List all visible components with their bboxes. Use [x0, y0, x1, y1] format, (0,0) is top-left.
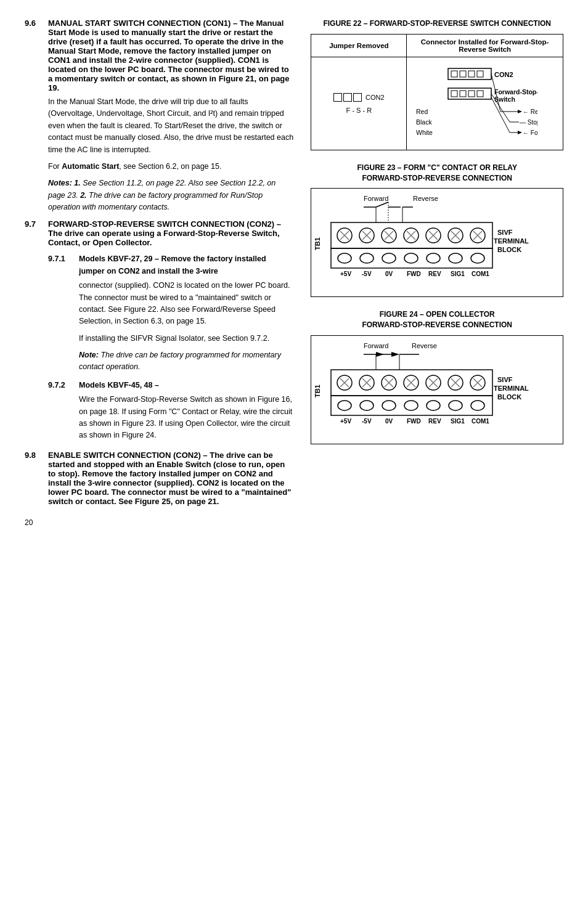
- svg-point-60: [338, 253, 351, 263]
- jumper-removed-visual: CON2: [333, 93, 385, 102]
- svg-text:BLOCK: BLOCK: [497, 246, 521, 253]
- svg-text:COM1: COM1: [472, 271, 489, 277]
- svg-rect-6: [451, 91, 457, 97]
- svg-text:SIVF: SIVF: [497, 229, 513, 236]
- svg-text:SIG1: SIG1: [451, 418, 465, 425]
- section-9-6-para3: For Automatic Start, see Section 6.2, on…: [48, 161, 293, 173]
- note-bold: Note:: [79, 351, 99, 359]
- figure-23: Forward Reverse TB1: [311, 188, 563, 297]
- fig22-col-left-header: Jumper Removed: [311, 35, 407, 57]
- sub-9-7-1-title: Models KBVF-27, 29 – Remove the factory …: [79, 253, 293, 277]
- svg-text:Black: Black: [416, 118, 432, 126]
- svg-point-66: [471, 253, 484, 263]
- svg-point-62: [382, 253, 396, 263]
- svg-point-65: [449, 253, 462, 263]
- section-9-6-title-text: MANUAL START SWITCH CONNECTION (CON1) –: [48, 18, 237, 28]
- fig22-col-right-header: Connector Installed for Forward-Stop-Rev…: [407, 35, 563, 57]
- svg-marker-81: [391, 352, 399, 357]
- sub-9-7-2-num: 9.7.2: [48, 380, 74, 391]
- section-9-6-num: 9.6: [25, 18, 42, 92]
- svg-marker-24: [518, 131, 522, 134]
- svg-text:Forward: Forward: [364, 195, 388, 202]
- right-column: FIGURE 22 – FORWARD-STOP-REVERSE SWITCH …: [304, 18, 563, 527]
- svg-text:0V: 0V: [385, 418, 393, 425]
- fig22-header: Jumper Removed Connector Installed for F…: [311, 35, 563, 57]
- svg-text:-5V: -5V: [362, 418, 372, 425]
- svg-text:SIVF: SIVF: [497, 376, 513, 383]
- svg-text:BLOCK: BLOCK: [497, 393, 521, 401]
- svg-rect-2: [460, 71, 466, 77]
- svg-point-63: [404, 253, 418, 263]
- svg-point-61: [360, 253, 374, 263]
- fig22-body: CON2 F - S - R: [311, 57, 563, 150]
- section-9-8-title: ENABLE SWITCH CONNECTION (CON2) – The dr…: [48, 450, 293, 506]
- svg-point-114: [404, 401, 418, 410]
- fig22-svg: CON2 Forward-Stop-Reverse Switch Red ← R…: [414, 63, 537, 144]
- svg-text:TERMINAL: TERMINAL: [494, 237, 529, 245]
- page-layout: 9.6 MANUAL START SWITCH CONNECTION (CON1…: [25, 18, 563, 527]
- svg-text:← Forward: ← Forward: [523, 129, 537, 136]
- subsection-9-7-1: 9.7.1 Models KBVF-27, 29 – Remove the fa…: [48, 253, 293, 373]
- svg-text:TB1: TB1: [314, 385, 321, 397]
- svg-text:CON2: CON2: [494, 71, 513, 78]
- figure-24: Forward Reverse TB1: [311, 335, 563, 444]
- fig22-connector-installed: CON2 Forward-Stop-Reverse Switch Red ← R…: [407, 57, 563, 150]
- sub-9-7-1-header: 9.7.1 Models KBVF-27, 29 – Remove the fa…: [48, 253, 293, 277]
- svg-text:0V: 0V: [385, 271, 393, 277]
- svg-rect-9: [477, 91, 483, 97]
- svg-point-116: [449, 401, 462, 410]
- sub-9-7-2-title: Models KBVF-45, 48 –: [79, 380, 159, 391]
- subsection-9-7-2: 9.7.2 Models KBVF-45, 48 – Wire the Forw…: [48, 380, 293, 442]
- svg-text:Forward: Forward: [364, 342, 388, 349]
- jumper-con2-label: CON2: [365, 94, 385, 101]
- sub-9-7-2-body: Wire the Forward-Stop-Reverse Switch as …: [79, 394, 293, 442]
- svg-text:REV: REV: [428, 271, 441, 277]
- svg-rect-1: [451, 71, 457, 77]
- sub-9-7-1-num: 9.7.1: [48, 253, 74, 277]
- automatic-start-bold: Automatic Start: [62, 162, 119, 171]
- svg-rect-0: [448, 68, 491, 79]
- sub-9-7-2-para1: Wire the Forward-Stop-Reverse Switch as …: [79, 394, 293, 442]
- svg-text:FWD: FWD: [407, 271, 421, 277]
- figure-24-title: FIGURE 24 – OPEN COLLECTOR FORWARD-STOP-…: [311, 309, 563, 330]
- svg-marker-15: [518, 110, 522, 113]
- svg-text:White: White: [416, 129, 433, 136]
- svg-point-64: [427, 253, 440, 263]
- sub-9-7-1-note: Note: The drive can be factory programme…: [79, 349, 293, 373]
- notes-bold: Notes: 1.: [48, 179, 81, 187]
- svg-text:SIG1: SIG1: [451, 271, 465, 277]
- section-9-6-title: MANUAL START SWITCH CONNECTION (CON1) – …: [48, 18, 293, 92]
- svg-point-117: [471, 401, 484, 410]
- svg-text:TB1: TB1: [314, 238, 321, 251]
- figure-23-wrapper: FIGURE 23 – FORM "C" CONTACT OR RELAY FO…: [311, 163, 563, 298]
- fig22-outer: Jumper Removed Connector Installed for F…: [311, 35, 563, 150]
- svg-point-113: [382, 401, 396, 410]
- svg-text:FWD: FWD: [407, 418, 421, 425]
- svg-text:+5V: +5V: [340, 418, 351, 425]
- svg-text:TERMINAL: TERMINAL: [494, 385, 529, 392]
- svg-rect-4: [477, 71, 483, 77]
- section-9-8-header: 9.8 ENABLE SWITCH CONNECTION (CON2) – Th…: [25, 450, 293, 506]
- svg-rect-3: [468, 71, 475, 77]
- section-9-7-body1-inline: The drive can operate using a Forward-St…: [48, 229, 280, 247]
- svg-text:Reverse: Reverse: [412, 342, 437, 349]
- svg-text:COM1: COM1: [472, 418, 489, 425]
- svg-point-111: [338, 401, 351, 410]
- figure-22-title: FIGURE 22 – FORWARD-STOP-REVERSE SWITCH …: [311, 18, 563, 29]
- svg-text:Red: Red: [416, 108, 428, 115]
- section-9-8-num: 9.8: [25, 450, 42, 506]
- fig23-svg: Forward Reverse TB1: [311, 189, 545, 296]
- svg-rect-110: [331, 396, 492, 415]
- section-9-6-body: In the Manual Start Mode, the drive will…: [48, 96, 293, 213]
- page-number: 20: [25, 518, 293, 527]
- figure-22: Jumper Removed Connector Installed for F…: [311, 34, 563, 150]
- svg-text:Reverse: Reverse: [413, 195, 438, 202]
- section-9-6-header: 9.6 MANUAL START SWITCH CONNECTION (CON1…: [25, 18, 293, 92]
- jumper-sq-1: [333, 93, 342, 102]
- section-9-8: 9.8 ENABLE SWITCH CONNECTION (CON2) – Th…: [25, 450, 293, 506]
- section-9-7-header: 9.7 FORWARD-STOP-REVERSE SWITCH CONNECTI…: [25, 219, 293, 247]
- jumper-sq-3: [353, 93, 362, 102]
- figure-23-title: FIGURE 23 – FORM "C" CONTACT OR RELAY FO…: [311, 163, 563, 184]
- svg-text:+5V: +5V: [340, 271, 351, 277]
- svg-point-112: [360, 401, 374, 410]
